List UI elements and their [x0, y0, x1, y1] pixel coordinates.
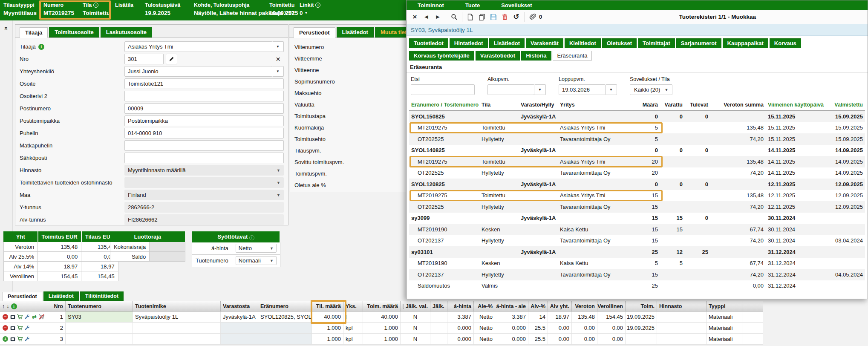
era-row[interactable]: OT202137HyllytettyTavarantoimittaja Oy15… [409, 235, 865, 247]
lines-column-header-hinnasto[interactable]: Hinnasto [657, 301, 707, 311]
lines-column-header-icons[interactable]: ↑↓i [0, 301, 50, 311]
sahkoposti-input[interactable] [124, 153, 284, 163]
delete-icon[interactable] [499, 12, 510, 23]
tab-lines-perustiedot[interactable]: Perustiedot [3, 292, 42, 301]
maa-select[interactable]: Finland ▼ [124, 190, 284, 200]
a-hinta-select[interactable]: Netto ▼ [236, 244, 277, 253]
era-row[interactable]: OT202525HyllytettyTavarantoimittaja Oy20… [409, 167, 865, 179]
lines-column-header-ale[interactable]: Ale-% [474, 301, 495, 311]
collapse-panel-icon[interactable]: « [3, 25, 10, 32]
lines-column-header-toim_maara[interactable]: Toim. määrä [363, 301, 401, 311]
era-row[interactable]: SaldomuutosValmis250,0031.12.2024 [409, 280, 865, 292]
info-icon[interactable]: i [93, 3, 98, 8]
links-value[interactable]: 0 ▼ [300, 10, 320, 16]
close-icon[interactable]: × [409, 12, 421, 23]
era-row[interactable]: MT2019275ToimitettuAsiakas Yritys Tmi151… [409, 190, 865, 202]
tab-sarjanumerot[interactable]: Sarjanumerot [676, 38, 721, 48]
tab-er-seuranta[interactable]: Eräseuranta [553, 51, 592, 61]
search-input[interactable] [411, 84, 475, 95]
cart-icon[interactable] [17, 325, 23, 331]
tab-korvaus-ty-ntekij-lle[interactable]: Korvaus työntekijälle [409, 51, 474, 61]
wrench-icon[interactable] [24, 314, 30, 320]
era-row[interactable]: OT202525HyllytettyTavarantoimittaja Oy15… [409, 201, 865, 213]
tab-korvaus[interactable]: Korvaus [770, 38, 801, 48]
chevron-down-icon[interactable]: ▼ [534, 84, 546, 95]
lines-column-header-verollinen[interactable]: Verollinen [597, 301, 626, 311]
order-line-row[interactable]: +31.000kpl1.000N0.000Netto0.00025.50.000… [0, 334, 763, 345]
product-box-icon[interactable] [9, 314, 16, 320]
nro-input[interactable]: 301 [124, 54, 164, 64]
era-row[interactable]: OT202525HyllytettyTavarantoimittaja Oy57… [409, 133, 865, 145]
lines-column-header-eranumero[interactable]: Eränumero [258, 301, 312, 311]
tab-toimittajat[interactable]: Toimittajat [638, 38, 675, 48]
osoiterivi2-input[interactable] [124, 91, 284, 101]
lines-column-header-alv_yht[interactable]: Alv yht. [548, 301, 572, 311]
era-row[interactable]: MT2019275ToimitettuAsiakas Yritys Tmi513… [409, 122, 865, 134]
clear-icon[interactable]: ✕ [272, 54, 284, 64]
select-all-checkbox[interactable] [403, 304, 404, 309]
end-date-input[interactable]: 19.03.2026 [559, 84, 606, 95]
tab-kauppapaikat[interactable]: Kauppapaikat [723, 38, 768, 48]
lines-column-header-a_hinta[interactable]: á-hinta [447, 301, 474, 311]
tuotenumero-select[interactable]: Normaali ▼ [236, 256, 277, 265]
lines-column-header-veroton[interactable]: Veroton [572, 301, 597, 311]
status-filter-select[interactable]: Kaikki (20) ▼ [630, 84, 672, 95]
tab-laskutusosoite[interactable]: Laskutusosoite [101, 27, 152, 37]
chevron-down-icon[interactable]: ▼ [606, 84, 617, 95]
lines-column-header-tuotenumero[interactable]: Tuotenumero [66, 301, 133, 311]
tilaaja-combobox[interactable]: Asiakas Yritys Tmi [124, 41, 272, 52]
era-row[interactable]: SYOL140825Jyväskylä-1A00014.11.202514.09… [409, 145, 865, 156]
tab-lisatiedot[interactable]: Lisätiedot [337, 27, 374, 37]
era-column-header[interactable]: Valmistettu [825, 102, 865, 108]
era-row[interactable]: SYOL120825Jyväskylä-1A00012.11.202512.09… [409, 179, 865, 190]
era-row[interactable]: sy3099Jyväskylä-1A1515030.11.2024 [409, 213, 865, 224]
lines-column-header-jalk_val[interactable]: Jälk. val. [401, 301, 430, 311]
search-icon[interactable] [448, 12, 460, 23]
product-info-bar[interactable]: SY03, Syväpaistoöljy 1L [407, 24, 868, 36]
tab-tilaaja[interactable]: Tilaaja [20, 27, 48, 38]
lines-column-header-yks[interactable]: Yks. [343, 301, 363, 311]
lines-column-header-tuotenimike[interactable]: Tuotenimike [133, 301, 221, 311]
postitoimipaikka-input[interactable]: Postitoimipaikka [124, 115, 284, 126]
tab-lines-lisatiedot[interactable]: Lisätiedot [43, 291, 79, 301]
era-row[interactable]: OT202137HyllytettyTavarantoimittaja Oy15… [409, 269, 865, 280]
order-line-row[interactable]: −21.000kpl1.000N0.000Netto0.00025.50.000… [0, 323, 763, 334]
lines-column-header-tyyppi[interactable]: Tyyppi [707, 301, 742, 311]
tab-kielitiedot[interactable]: Kielitiedot [565, 38, 601, 48]
copy-icon[interactable] [476, 12, 487, 23]
plus-circle-icon[interactable]: + [2, 336, 9, 342]
info-icon[interactable]: i [249, 235, 254, 240]
paperclip-icon[interactable] [527, 12, 538, 23]
start-date-input[interactable] [487, 84, 534, 95]
nav-forward-icon[interactable]: ▶ [432, 12, 444, 23]
osoite-input[interactable]: Toimistotie121 [124, 78, 284, 89]
postinumero-input[interactable]: 00009 [124, 103, 284, 114]
lines-column-header-nro[interactable]: Nro [50, 301, 66, 311]
era-row[interactable]: sy03101Jyväskylä-1A25122531.12.2024 [409, 246, 865, 258]
era-row[interactable]: MT2019190KeskenKaisa Kettu151567,7430.11… [409, 224, 865, 235]
tab-tuotetiedot[interactable]: Tuotetiedot [409, 38, 448, 48]
tab-perustiedot[interactable]: Perustiedot [294, 27, 335, 38]
menu-toiminnot[interactable]: Toiminnot [418, 2, 444, 9]
no-delivery-icon[interactable] [38, 314, 45, 320]
matkapuhelin-input[interactable] [124, 140, 284, 151]
era-row[interactable]: SYOL150825Jyväskylä-1A00015.11.202515.09… [409, 111, 865, 122]
era-column-header[interactable]: Eränumero / Tositenumero [409, 102, 479, 108]
lines-column-header-a_hinta_ale[interactable]: á-hinta - ale [495, 301, 528, 311]
swap-arrows-icon[interactable]: ⇄ [31, 314, 37, 320]
cart-icon[interactable] [17, 336, 23, 342]
lines-column-header-til_maara[interactable]: Til. määrä [312, 301, 343, 311]
wrench-icon[interactable] [24, 325, 30, 331]
lines-column-header-jalk[interactable]: Jälk. [430, 301, 447, 311]
minus-circle-icon[interactable]: − [2, 325, 9, 331]
era-column-header[interactable]: Viimeinen käyttöpäivä [766, 102, 825, 108]
minus-circle-icon[interactable]: − [2, 314, 9, 320]
info-icon[interactable]: i [11, 303, 17, 309]
undo-icon[interactable]: ↺ [510, 12, 522, 23]
tab-toimitusosoite[interactable]: Toimitusosoite [49, 27, 99, 37]
menu-tuote[interactable]: Tuote [465, 2, 480, 9]
tab-oletukset[interactable]: Oletukset [602, 38, 637, 48]
era-row[interactable]: MT2019275ToimitettuAsiakas Yritys Tmi201… [409, 156, 865, 167]
tab-lis-tiedot[interactable]: Lisätiedot [489, 38, 525, 48]
info-icon[interactable]: i [38, 44, 44, 50]
